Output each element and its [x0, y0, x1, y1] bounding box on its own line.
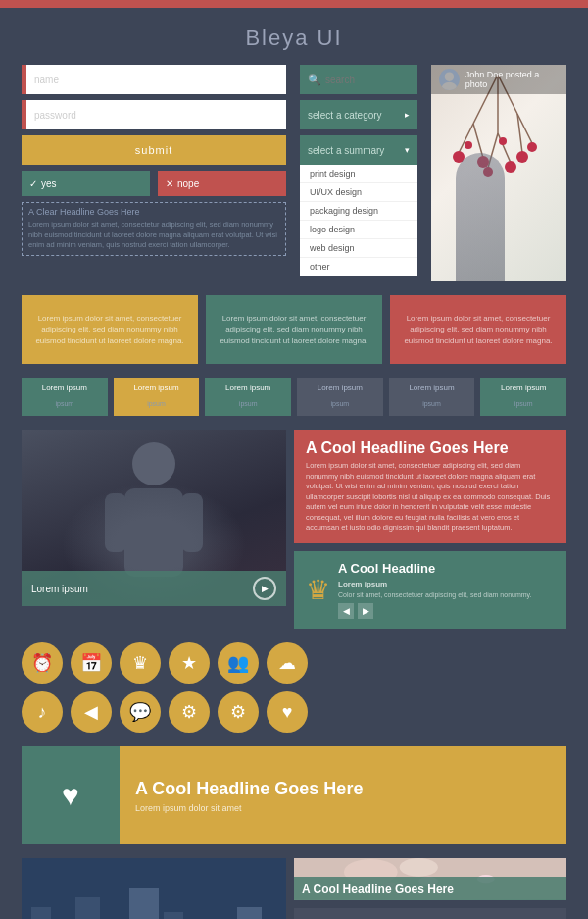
teal-card-headline: A Cool Headline	[338, 561, 555, 576]
color-block-text-2: Lorem ipsum dolor sit amet, consectetuer…	[206, 309, 382, 350]
image-card-label: Lorem ipsum	[31, 584, 88, 594]
color-block-text-1: Lorem ipsum dolor sit amet, consectetuer…	[22, 309, 198, 350]
dropdown-item-5[interactable]: other	[300, 258, 417, 276]
tab-2[interactable]: Lorem ipsum ipsum	[205, 378, 291, 416]
tab-1-sub: ipsum	[147, 400, 166, 407]
tab-5-sub: ipsum	[514, 400, 533, 407]
cta-subtitle: Lorem ipsum dolor sit amet	[135, 803, 551, 813]
play-button[interactable]: ▶	[253, 577, 276, 600]
tab-4-sub: ipsum	[422, 400, 441, 407]
svg-rect-31	[188, 902, 210, 919]
next-arrow[interactable]: ▶	[358, 603, 373, 619]
name-input[interactable]: name	[22, 65, 286, 94]
icon-share[interactable]: ◀	[71, 691, 112, 733]
avatar	[439, 69, 460, 90]
password-input[interactable]: password	[22, 100, 286, 129]
city-photo-bg	[22, 858, 286, 919]
tab-2-label: Lorem ipsum	[209, 383, 287, 392]
svg-point-15	[465, 141, 472, 149]
tab-4-label: Lorem ipsum	[393, 383, 471, 392]
svg-point-18	[442, 82, 457, 90]
crown-icon: ♛	[306, 574, 330, 606]
toggle-row: ✓ yes ✕ nope	[22, 171, 286, 196]
icon-people[interactable]: 👥	[218, 642, 259, 684]
times-icon: ✕	[166, 179, 173, 189]
image-card-person: Lorem ipsum ▶	[22, 430, 286, 606]
photo-background	[431, 65, 566, 281]
row-form-photo: name password submit ✓ yes ✕ nope	[22, 65, 566, 281]
teal-card-text: A Cool Headline Lorem ipsum Color sit am…	[338, 561, 555, 620]
headline-red-title: A Cool Headline Goes Here	[306, 439, 555, 457]
svg-rect-33	[237, 907, 262, 919]
select-category[interactable]: select a category ▸	[300, 100, 417, 129]
right-col-cards: A Cool Headline Goes Here Lorem ipsum do…	[294, 858, 566, 919]
svg-rect-25	[31, 907, 51, 919]
dropdown-item-3[interactable]: logo design	[300, 221, 417, 239]
password-placeholder: password	[34, 110, 76, 121]
tab-3-label: Lorem ipsum	[301, 383, 379, 392]
main-content: name password submit ✓ yes ✕ nope	[0, 65, 588, 919]
tab-2-sub: ipsum	[239, 400, 258, 407]
icon-row-1: ⏰ 📅 ♛ ★ 👥 ☁	[22, 642, 566, 684]
search-bar[interactable]: 🔍	[300, 65, 417, 94]
dropdown-item-0[interactable]: print design	[300, 165, 417, 183]
tab-0-sub: ipsum	[55, 400, 74, 407]
icon-alarm[interactable]: ⏰	[22, 642, 63, 684]
icon-heart[interactable]: ♥	[267, 691, 308, 733]
row-color-blocks: Lorem ipsum dolor sit amet, consectetuer…	[22, 295, 566, 364]
yes-toggle[interactable]: ✓ yes	[22, 171, 150, 196]
dropdown-header-label: select a summary	[308, 145, 384, 156]
page-title: Bleya UI	[0, 8, 588, 65]
password-row: password	[22, 100, 286, 129]
icon-calendar[interactable]: 📅	[71, 642, 112, 684]
dropdown-items-list: print design UI/UX design packaging desi…	[300, 165, 417, 276]
nope-toggle[interactable]: ✕ nope	[158, 171, 286, 196]
svg-point-16	[499, 137, 507, 145]
tab-1[interactable]: Lorem ipsum ipsum	[114, 378, 200, 416]
dropdown-column: 🔍 select a category ▸ select a summary ▾…	[300, 65, 417, 281]
photo-card: John Doe posted a photo	[431, 65, 566, 281]
icon-star[interactable]: ★	[169, 642, 210, 684]
svg-point-19	[132, 442, 175, 485]
tab-0[interactable]: Lorem ipsum ipsum	[22, 378, 108, 416]
icon-music[interactable]: ♪	[22, 691, 63, 733]
dropdown-item-1[interactable]: UI/UX design	[300, 183, 417, 202]
svg-point-12	[505, 161, 516, 173]
tab-4[interactable]: Lorem ipsum ipsum	[389, 378, 475, 416]
svg-rect-20	[124, 488, 183, 577]
icon-cloud[interactable]: ☁	[267, 642, 308, 684]
tab-1-label: Lorem ipsum	[118, 383, 196, 392]
dropdown-item-4[interactable]: web design	[300, 239, 417, 258]
tab-3[interactable]: Lorem ipsum ipsum	[297, 378, 383, 416]
icon-settings[interactable]: ⚙	[169, 691, 210, 733]
caption-title: A Clear Headline Goes Here	[28, 207, 279, 217]
icon-gear[interactable]: ⚙	[218, 691, 259, 733]
prev-arrow[interactable]: ◀	[338, 603, 354, 619]
search-input[interactable]	[325, 75, 394, 85]
cta-icon-box: ♥	[22, 746, 120, 844]
nature-headline: A Cool Headline Goes Here	[302, 882, 559, 895]
name-placeholder: name	[34, 75, 59, 85]
photo-card-user-label: John Doe posted a photo	[466, 70, 559, 89]
crown-side: ♛	[306, 561, 330, 620]
chevron-down-icon: ▸	[405, 110, 410, 120]
submit-button[interactable]: submit	[22, 135, 286, 165]
teal-card-subtext: Lorem ipsum	[338, 580, 555, 588]
text-only-card: Lorem ipsum dolor sit amet, consectetuer…	[294, 908, 566, 919]
tabs-row: Lorem ipsum ipsum Lorem ipsum ipsum Lore…	[22, 378, 566, 416]
headline-cards-col: A Cool Headline Goes Here Lorem ipsum do…	[294, 430, 566, 629]
row-image-headlines: Lorem ipsum ▶ A Cool Headline Goes Here …	[22, 430, 566, 629]
city-skyline	[22, 858, 286, 919]
tab-0-label: Lorem ipsum	[25, 383, 104, 392]
icon-crown[interactable]: ♛	[120, 642, 161, 684]
svg-rect-27	[75, 897, 100, 919]
icon-chat[interactable]: 💬	[120, 691, 161, 733]
cta-text: A Cool Headline Goes Here Lorem ipsum do…	[120, 746, 566, 844]
headline-card-teal: ♛ A Cool Headline Lorem ipsum Color sit …	[294, 551, 566, 630]
tab-3-sub: ipsum	[331, 400, 350, 407]
dropdown-item-2[interactable]: packaging design	[300, 202, 417, 221]
color-block-teal: Lorem ipsum dolor sit amet, consectetuer…	[206, 295, 382, 364]
dropdown-header[interactable]: select a summary ▾	[300, 135, 417, 165]
heart-icon: ♥	[62, 779, 79, 812]
tab-5[interactable]: Lorem ipsum ipsum	[480, 378, 566, 416]
